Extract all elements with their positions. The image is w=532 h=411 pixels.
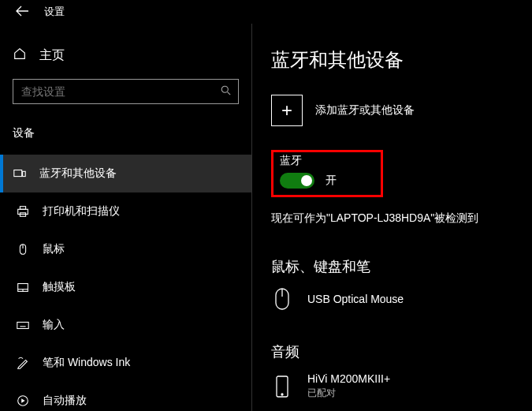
device-status: 已配对 <box>307 387 390 400</box>
device-name: HiVi M200MKIII+ <box>307 372 390 385</box>
nav-label: 打印机和扫描仪 <box>43 204 120 219</box>
nav-item-typing[interactable]: 输入 <box>0 306 251 344</box>
svg-rect-12 <box>17 322 28 328</box>
sidebar-home[interactable]: 主页 <box>0 41 251 69</box>
back-icon[interactable] <box>16 6 28 18</box>
mouse-section-heading: 鼠标、键盘和笔 <box>271 257 532 276</box>
keyboard-icon <box>16 318 30 332</box>
device-row-audio[interactable]: HiVi M200MKIII+ 已配对 <box>271 372 532 400</box>
bluetooth-status: 现在可作为"LAPTOP-LJ38HD9A"被检测到 <box>271 211 532 226</box>
page-title: 蓝牙和其他设备 <box>271 47 532 73</box>
home-label: 主页 <box>39 47 65 64</box>
devices-icon <box>13 166 27 181</box>
bluetooth-toggle-label: 开 <box>326 174 337 188</box>
plus-icon: + <box>271 95 303 126</box>
nav-item-mouse[interactable]: 鼠标 <box>0 230 251 268</box>
nav-label: 输入 <box>43 318 65 332</box>
svg-point-0 <box>221 86 228 92</box>
nav-label: 鼠标 <box>43 242 65 256</box>
home-icon <box>13 47 27 64</box>
mouse-icon <box>16 242 30 256</box>
nav-label: 蓝牙和其他设备 <box>39 166 117 181</box>
printer-icon <box>16 204 30 219</box>
svg-rect-4 <box>18 209 28 214</box>
mouse-device-icon <box>271 287 293 311</box>
add-device-button[interactable]: + 添加蓝牙或其他设备 <box>271 95 532 126</box>
autoplay-icon <box>16 394 30 408</box>
sidebar-section-label: 设备 <box>0 104 251 155</box>
device-row-mouse[interactable]: USB Optical Mouse <box>271 287 532 311</box>
nav-label: 自动播放 <box>43 394 87 408</box>
svg-rect-2 <box>14 170 22 177</box>
search-input[interactable] <box>13 79 239 104</box>
search-icon[interactable] <box>221 85 231 98</box>
add-device-label: 添加蓝牙或其他设备 <box>315 103 415 118</box>
nav-label: 触摸板 <box>43 280 76 294</box>
phone-device-icon <box>271 375 293 398</box>
pen-icon <box>16 356 30 370</box>
audio-section-heading: 音频 <box>271 342 532 361</box>
touchpad-icon <box>16 280 30 294</box>
bluetooth-heading: 蓝牙 <box>280 154 337 168</box>
nav-item-bluetooth[interactable]: 蓝牙和其他设备 <box>0 155 251 192</box>
svg-rect-5 <box>20 207 25 210</box>
nav-item-printers[interactable]: 打印机和扫描仪 <box>0 192 251 230</box>
toggle-knob <box>301 175 312 186</box>
svg-rect-3 <box>23 171 26 176</box>
svg-point-22 <box>281 394 283 395</box>
nav-list: 蓝牙和其他设备 打印机和扫描仪 鼠标 触摸板 <box>0 155 251 411</box>
bluetooth-toggle[interactable] <box>280 173 314 189</box>
device-name: USB Optical Mouse <box>307 293 404 305</box>
svg-line-1 <box>228 92 231 95</box>
bluetooth-highlight-box: 蓝牙 开 <box>271 150 383 197</box>
header-title: 设置 <box>44 5 65 19</box>
nav-label: 笔和 Windows Ink <box>43 356 130 370</box>
nav-item-autoplay[interactable]: 自动播放 <box>0 382 251 411</box>
nav-item-pen[interactable]: 笔和 Windows Ink <box>0 344 251 382</box>
nav-item-touchpad[interactable]: 触摸板 <box>0 268 251 306</box>
